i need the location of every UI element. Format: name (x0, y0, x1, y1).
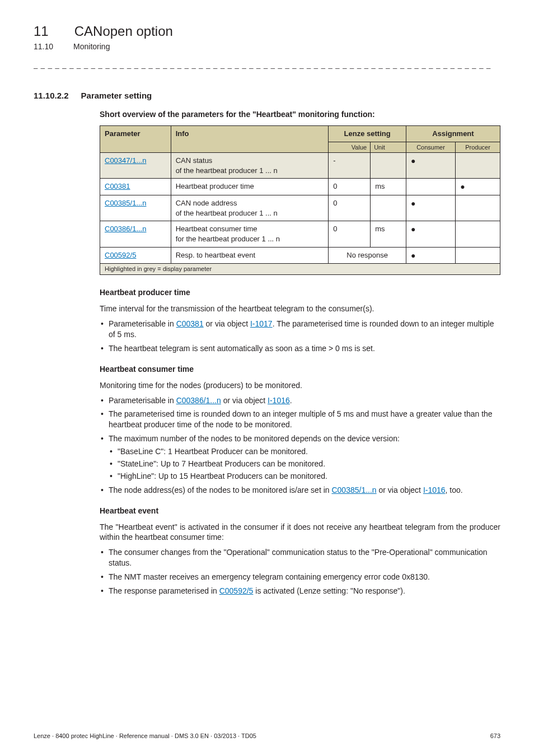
th-unit: Unit (371, 142, 406, 153)
hb-event-intro: The "Heartbeat event" is activated in th… (100, 522, 500, 543)
th-consumer: Consumer (406, 142, 455, 153)
cell-unit (371, 153, 406, 179)
th-parameter: Parameter (100, 125, 171, 152)
table-row: C00385/1...n CAN node address of the hea… (100, 195, 500, 221)
th-producer: Producer (456, 142, 500, 153)
th-info: Info (171, 125, 329, 152)
hb-producer-title: Heartbeat producer time (100, 287, 500, 298)
page-number: 673 (490, 732, 500, 740)
divider: _ _ _ _ _ _ _ _ _ _ _ _ _ _ _ _ _ _ _ _ … (34, 60, 500, 70)
table-footnote-row: Highlighted in grey = display parameter (100, 264, 500, 275)
text: Parameterisable in (109, 396, 176, 405)
text: or via object (221, 396, 268, 405)
hb-consumer-title: Heartbeat consumer time (100, 364, 500, 375)
cell-info: CAN node address of the heartbeat produc… (171, 195, 329, 221)
table-row: C00381 Heartbeat producer time 0 ms ● (100, 179, 500, 195)
list-item: The maximum number of the nodes to be mo… (100, 433, 500, 482)
subsection-number: 11.10.2.2 (34, 90, 69, 101)
hb-consumer-intro: Monitoring time for the nodes (producers… (100, 380, 500, 391)
text: , too. (446, 486, 463, 494)
cell-unit: ms (371, 179, 406, 195)
param-link[interactable]: C00592/5 (219, 586, 254, 595)
parameter-table: Parameter Info Lenze setting Assignment … (100, 125, 500, 275)
text: . (290, 396, 292, 405)
param-link[interactable]: C00385/1...n (105, 199, 146, 207)
cell-value: - (329, 153, 371, 179)
cell-consumer (406, 179, 455, 195)
list-item: The response parameterised in C00592/5 i… (100, 586, 500, 596)
footer-left: Lenze · 8400 protec HighLine · Reference… (34, 732, 256, 740)
list-item: The node address(es) of the nodes to be … (100, 485, 500, 496)
cell-consumer: ● (406, 247, 455, 264)
text: The maximum number of the nodes to be mo… (109, 434, 400, 443)
list-item: "StateLine": Up to 7 Heartbeat Producers… (109, 459, 500, 469)
text: or via object (377, 486, 423, 494)
cell-consumer: ● (406, 195, 455, 221)
table-row: C00592/5 Resp. to heartbeat event No res… (100, 247, 500, 264)
table-row: C00386/1...n Heartbeat consumer time for… (100, 221, 500, 247)
table-footnote: Highlighted in grey = display parameter (100, 264, 500, 275)
cell-producer: ● (456, 179, 500, 195)
param-link[interactable]: C00386/1...n (105, 225, 146, 233)
param-link[interactable]: C00386/1...n (176, 396, 221, 405)
text: or via object (204, 319, 250, 328)
list-item: Parameterisable in C00381 or via object … (100, 319, 500, 340)
list-item: The NMT master receives an emergency tel… (100, 572, 500, 582)
cell-unit (371, 195, 406, 221)
subsection-title: Parameter setting (81, 90, 152, 101)
cell-consumer: ● (406, 221, 455, 247)
table-row: C00347/1...n CAN status of the heartbeat… (100, 153, 500, 179)
param-link[interactable]: C00381 (176, 319, 204, 328)
param-link[interactable]: C00592/5 (105, 251, 136, 259)
cell-value-span: No response (329, 247, 406, 264)
list-item: The consumer changes from the "Operation… (100, 547, 500, 568)
cell-value: 0 (329, 195, 371, 221)
cell-info: Heartbeat producer time (171, 179, 329, 195)
cell-value: 0 (329, 179, 371, 195)
list-item: "HighLine": Up to 15 Heartbeat Producers… (109, 471, 500, 482)
list-item: The heartbeat telegram is sent automatic… (100, 343, 500, 354)
cell-info: CAN status of the heartbeat producer 1 .… (171, 153, 329, 179)
cell-consumer: ● (406, 153, 455, 179)
param-link[interactable]: C00381 (105, 182, 130, 190)
object-link[interactable]: I-1017 (250, 319, 273, 328)
cell-unit: ms (371, 221, 406, 247)
section-number: 11.10 (34, 41, 53, 52)
text: The response parameterised in (109, 586, 219, 595)
cell-producer (456, 153, 500, 179)
chapter-title: CANopen option (74, 22, 173, 40)
th-lenze: Lenze setting (329, 125, 406, 142)
list-item: Parameterisable in C00386/1...n or via o… (100, 395, 500, 406)
list-item: "BaseLine C": 1 Heartbeat Producer can b… (109, 446, 500, 457)
cell-producer (456, 195, 500, 221)
object-link[interactable]: I-1016 (268, 396, 290, 405)
object-link[interactable]: I-1016 (423, 486, 446, 494)
th-assignment: Assignment (406, 125, 500, 142)
cell-info: Heartbeat consumer time for the heartbea… (171, 221, 329, 247)
param-link[interactable]: C00385/1...n (331, 486, 376, 494)
chapter-number: 11 (34, 22, 49, 40)
cell-producer (456, 247, 500, 264)
hb-producer-intro: Time interval for the transmission of th… (100, 304, 500, 314)
cell-producer (456, 221, 500, 247)
hb-event-title: Heartbeat event (100, 506, 500, 516)
cell-info: Resp. to heartbeat event (171, 247, 329, 264)
text: The node address(es) of the nodes to be … (109, 486, 331, 494)
text: is activated (Lenze setting: "No respons… (253, 586, 405, 595)
list-item: The parameterised time is rounded down t… (100, 409, 500, 430)
section-title: Monitoring (73, 41, 110, 52)
cell-value: 0 (329, 221, 371, 247)
text: Parameterisable in (109, 319, 176, 328)
param-link[interactable]: C00347/1...n (105, 156, 146, 165)
table-caption: Short overview of the parameters for the… (100, 109, 500, 120)
th-value: Value (329, 142, 371, 153)
